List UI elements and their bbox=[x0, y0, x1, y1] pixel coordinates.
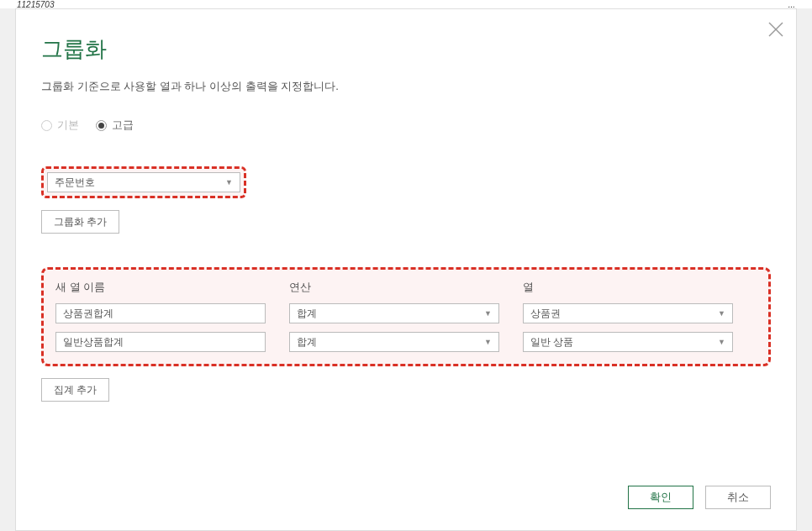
add-groupby-button[interactable]: 그룹화 추가 bbox=[41, 210, 119, 234]
mode-radio-group: 기본 고급 bbox=[41, 118, 771, 133]
radio-advanced[interactable]: 고급 bbox=[96, 118, 134, 133]
agg-op-value: 합계 bbox=[297, 307, 317, 321]
header-left: 11215703 bbox=[17, 0, 55, 8]
agg-col-value: 일반 상품 bbox=[530, 335, 573, 350]
groupby-column-dropdown[interactable]: 주문번호 ▼ bbox=[47, 172, 240, 192]
highlight-aggregations: 새 열 이름 연산 열 합계 ▼ 상품권 ▼ 합계 ▼ 일반 상품 ▼ bbox=[41, 267, 771, 366]
radio-basic[interactable]: 기본 bbox=[41, 118, 79, 133]
col-header-newname: 새 열 이름 bbox=[55, 280, 266, 295]
agg-name-input[interactable] bbox=[55, 332, 266, 352]
agg-col-value: 상품권 bbox=[530, 307, 561, 321]
cancel-button[interactable]: 취소 bbox=[705, 486, 771, 509]
ok-button[interactable]: 확인 bbox=[628, 486, 693, 509]
radio-basic-label: 기본 bbox=[57, 118, 79, 133]
header-strip: 11215703 ... bbox=[0, 0, 812, 8]
radio-circle-icon bbox=[41, 120, 52, 131]
radio-advanced-label: 고급 bbox=[112, 118, 134, 133]
chevron-down-icon: ▼ bbox=[484, 338, 492, 346]
highlight-groupby: 주문번호 ▼ bbox=[41, 166, 246, 198]
agg-name-input[interactable] bbox=[55, 303, 266, 323]
groupby-dialog: 그룹화 그룹화 기준으로 사용할 열과 하나 이상의 출력을 지정합니다. 기본… bbox=[15, 8, 797, 531]
dialog-title: 그룹화 bbox=[41, 34, 771, 64]
agg-col-dropdown[interactable]: 상품권 ▼ bbox=[523, 303, 733, 323]
agg-op-dropdown[interactable]: 합계 ▼ bbox=[289, 332, 499, 352]
add-aggregation-button[interactable]: 집계 추가 bbox=[41, 378, 109, 402]
radio-circle-icon bbox=[96, 120, 107, 131]
chevron-down-icon: ▼ bbox=[718, 309, 725, 318]
col-header-col: 열 bbox=[523, 280, 733, 295]
chevron-down-icon: ▼ bbox=[225, 178, 233, 187]
agg-col-dropdown[interactable]: 일반 상품 ▼ bbox=[523, 332, 733, 352]
close-icon[interactable] bbox=[766, 19, 786, 39]
dialog-subtitle: 그룹화 기준으로 사용할 열과 하나 이상의 출력을 지정합니다. bbox=[41, 79, 771, 94]
groupby-selected: 주문번호 bbox=[55, 176, 95, 190]
chevron-down-icon: ▼ bbox=[484, 309, 492, 318]
chevron-down-icon: ▼ bbox=[718, 338, 725, 346]
aggregation-grid: 새 열 이름 연산 열 합계 ▼ 상품권 ▼ 합계 ▼ 일반 상품 ▼ bbox=[55, 280, 757, 352]
col-header-op: 연산 bbox=[289, 280, 499, 295]
header-right: ... bbox=[788, 0, 795, 8]
agg-op-value: 합계 bbox=[297, 335, 317, 350]
dialog-footer: 확인 취소 bbox=[628, 486, 771, 509]
agg-op-dropdown[interactable]: 합계 ▼ bbox=[289, 303, 499, 323]
